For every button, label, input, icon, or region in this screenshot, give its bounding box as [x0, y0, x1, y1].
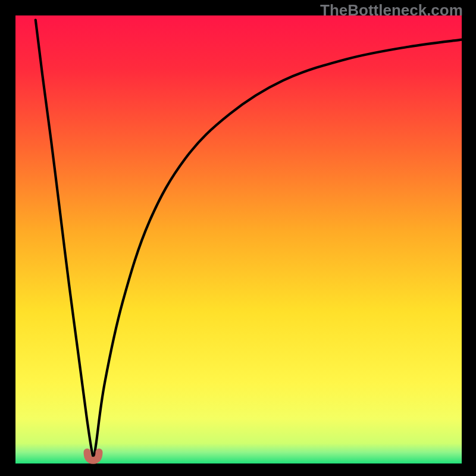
- min-marker: [0, 0, 476, 476]
- chart-stage: TheBottleneck.com: [0, 0, 476, 476]
- min-marker-path: [87, 452, 99, 461]
